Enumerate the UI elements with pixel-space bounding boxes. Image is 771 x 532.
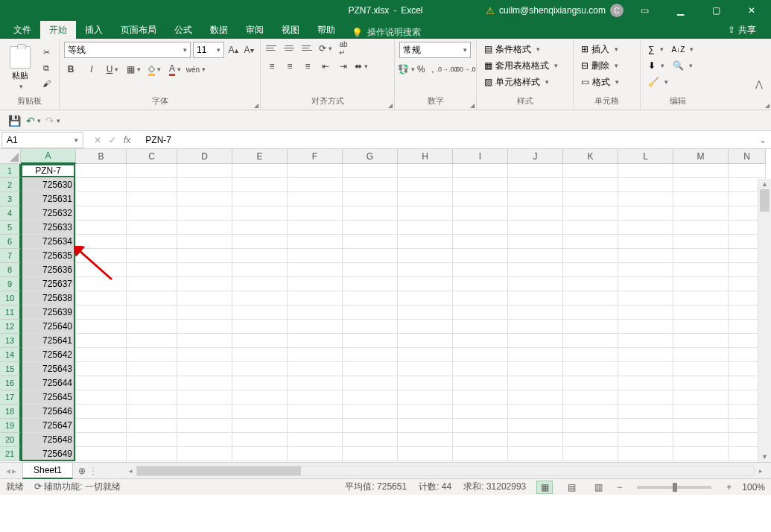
percent-format-icon[interactable]: % [417, 63, 425, 76]
delete-cells-button[interactable]: ⊟删除▾ [578, 58, 635, 73]
cell-D17[interactable] [177, 390, 232, 405]
expand-formula-bar[interactable]: ⌄ [755, 135, 771, 145]
cell-L18[interactable] [618, 405, 673, 419]
comma-format-icon[interactable]: , [430, 63, 436, 76]
cell-J15[interactable] [508, 362, 563, 376]
cell-A14[interactable]: 725642 [21, 348, 76, 362]
cell-J20[interactable] [508, 433, 563, 447]
cell-J2[interactable] [508, 178, 563, 192]
cell-J19[interactable] [508, 419, 563, 433]
cell-styles-button[interactable]: ▧单元格样式▾ [481, 75, 568, 89]
cell-J9[interactable] [508, 277, 563, 291]
cell-D6[interactable] [177, 235, 232, 249]
select-all-button[interactable] [0, 149, 21, 164]
cell-I1[interactable] [453, 164, 508, 178]
cell-B14[interactable] [76, 348, 127, 362]
cell-K19[interactable] [563, 419, 618, 433]
cell-L17[interactable] [618, 390, 673, 405]
tab-insert[interactable]: 插入 [76, 21, 112, 39]
cell-C18[interactable] [127, 405, 177, 419]
cell-D2[interactable] [177, 178, 232, 192]
column-header-J[interactable]: J [508, 149, 563, 164]
cut-button[interactable]: ✂ [39, 45, 54, 59]
cell-C12[interactable] [127, 320, 177, 334]
row-header-1[interactable]: 1 [0, 164, 21, 178]
cell-L7[interactable] [618, 249, 673, 263]
cell-M15[interactable] [673, 362, 729, 376]
cell-I12[interactable] [453, 320, 508, 334]
cell-G10[interactable] [343, 291, 398, 305]
cell-G2[interactable] [343, 178, 398, 192]
clipboard-dialog-launcher[interactable]: ◢ [765, 102, 770, 109]
column-header-G[interactable]: G [343, 149, 398, 164]
cell-C16[interactable] [127, 376, 177, 390]
save-button[interactable]: 💾 [7, 114, 21, 127]
cell-K9[interactable] [563, 277, 618, 291]
cell-C10[interactable] [127, 291, 177, 305]
cell-B17[interactable] [76, 390, 127, 405]
cell-F19[interactable] [288, 419, 343, 433]
insert-cells-button[interactable]: ⊞插入▾ [578, 42, 635, 57]
cell-G16[interactable] [343, 376, 398, 390]
row-header-3[interactable]: 3 [0, 192, 21, 206]
cell-D12[interactable] [177, 320, 232, 334]
cell-C9[interactable] [127, 277, 177, 291]
cell-E19[interactable] [232, 419, 288, 433]
cell-B5[interactable] [76, 221, 127, 235]
cell-A15[interactable]: 725643 [21, 362, 76, 376]
cell-H5[interactable] [398, 221, 453, 235]
increase-font-icon[interactable]: A▴ [226, 43, 240, 57]
cell-G13[interactable] [343, 334, 398, 348]
cell-L16[interactable] [618, 376, 673, 390]
cell-L21[interactable] [618, 447, 673, 461]
copy-button[interactable]: ⧉ [39, 61, 54, 75]
cell-F3[interactable] [288, 192, 343, 206]
page-layout-view-button[interactable]: ▤ [563, 481, 580, 494]
cell-I6[interactable] [453, 235, 508, 249]
cell-C6[interactable] [127, 235, 177, 249]
cell-H10[interactable] [398, 291, 453, 305]
cell-L8[interactable] [618, 263, 673, 277]
cell-I17[interactable] [453, 390, 508, 405]
cell-H4[interactable] [398, 206, 453, 221]
cell-L10[interactable] [618, 291, 673, 305]
merge-center-icon[interactable]: ⬌▾ [355, 60, 368, 73]
cell-C2[interactable] [127, 178, 177, 192]
cell-F11[interactable] [288, 305, 343, 320]
formula-input[interactable]: PZN-7 [139, 135, 755, 145]
cell-A4[interactable]: 725632 [21, 206, 76, 221]
cell-B3[interactable] [76, 192, 127, 206]
cell-E3[interactable] [232, 192, 288, 206]
cell-D4[interactable] [177, 206, 232, 221]
tab-formulas[interactable]: 公式 [165, 21, 201, 39]
column-header-K[interactable]: K [563, 149, 618, 164]
cell-J12[interactable] [508, 320, 563, 334]
column-header-I[interactable]: I [453, 149, 508, 164]
cell-H9[interactable] [398, 277, 453, 291]
cell-I2[interactable] [453, 178, 508, 192]
collapse-ribbon-button[interactable]: ⋀ [752, 77, 767, 92]
cell-H15[interactable] [398, 362, 453, 376]
column-header-H[interactable]: H [398, 149, 453, 164]
fill-button[interactable]: ⬇▾ [645, 58, 667, 73]
cell-A6[interactable]: 725634 [21, 235, 76, 249]
column-header-F[interactable]: F [288, 149, 343, 164]
cell-J13[interactable] [508, 334, 563, 348]
cell-C11[interactable] [127, 305, 177, 320]
cell-M8[interactable] [673, 263, 729, 277]
row-header-18[interactable]: 18 [0, 405, 21, 419]
cell-D7[interactable] [177, 249, 232, 263]
cell-K1[interactable] [563, 164, 618, 178]
cell-D14[interactable] [177, 348, 232, 362]
undo-button[interactable]: ↶▾ [27, 114, 40, 127]
cell-H17[interactable] [398, 390, 453, 405]
cell-J7[interactable] [508, 249, 563, 263]
tab-review[interactable]: 审阅 [237, 21, 273, 39]
row-header-10[interactable]: 10 [0, 291, 21, 305]
cell-H8[interactable] [398, 263, 453, 277]
cell-D9[interactable] [177, 277, 232, 291]
cell-F16[interactable] [288, 376, 343, 390]
cell-E16[interactable] [232, 376, 288, 390]
cell-K3[interactable] [563, 192, 618, 206]
cell-F9[interactable] [288, 277, 343, 291]
